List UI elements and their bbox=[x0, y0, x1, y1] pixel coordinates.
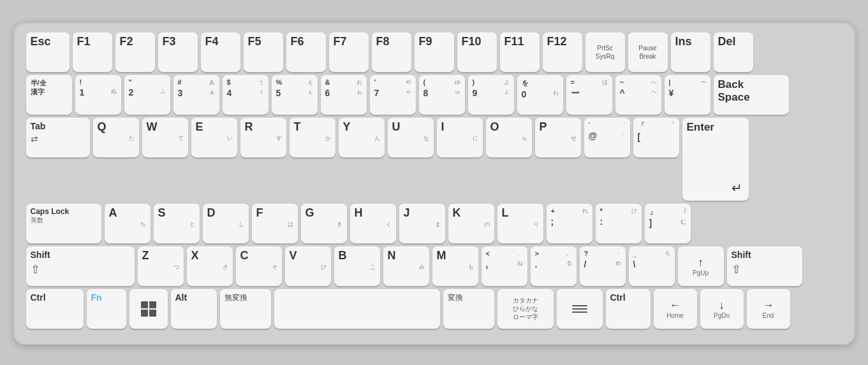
svg-rect-1 bbox=[149, 301, 156, 308]
shift-row: Shift ⇧ Z つ X さ C そ V ひ bbox=[26, 247, 842, 286]
key-f2[interactable]: F2 bbox=[115, 32, 155, 72]
key-shift-left[interactable]: Shift ⇧ bbox=[26, 247, 135, 286]
bottom-row: Ctrl Fn Alt 無変換 変換 カタカナひらがなローマ字 bbox=[26, 289, 842, 329]
caps-row: Caps Lock 英数 A ち S と D し F は bbox=[26, 204, 842, 243]
key-k[interactable]: K の bbox=[448, 204, 494, 243]
key-caps-lock[interactable]: Caps Lock 英数 bbox=[26, 204, 101, 243]
key-7[interactable]: 'や 7ゃ bbox=[370, 75, 416, 115]
key-shift-right[interactable]: Shift ⇧ bbox=[727, 247, 802, 286]
key-pgdn[interactable]: ↓ PgDn bbox=[700, 289, 744, 329]
key-z[interactable]: Z つ bbox=[138, 247, 184, 286]
key-win[interactable] bbox=[129, 289, 168, 329]
key-backspace[interactable]: BackSpace bbox=[714, 75, 789, 115]
key-g[interactable]: G き bbox=[301, 204, 347, 243]
key-muhenkan[interactable]: 無変換 bbox=[220, 289, 271, 329]
key-bracket-r[interactable]: 」} ]む bbox=[645, 204, 691, 243]
key-2[interactable]: " 2ふ bbox=[124, 75, 170, 115]
key-c[interactable]: C そ bbox=[236, 247, 282, 286]
key-caret[interactable]: ~へ ^へ bbox=[615, 75, 661, 115]
key-a[interactable]: A ち bbox=[105, 204, 151, 243]
key-q[interactable]: Q た bbox=[93, 118, 139, 157]
key-8[interactable]: (ゆ 8ゅ bbox=[419, 75, 465, 115]
function-row: Esc F1 F2 F3 F4 F5 F6 F7 F8 F9 F10 F11 F… bbox=[26, 32, 842, 72]
key-semicolon[interactable]: +れ ; bbox=[547, 204, 592, 243]
key-ctrl-right[interactable]: Ctrl bbox=[606, 289, 651, 329]
key-f8[interactable]: F8 bbox=[372, 32, 411, 72]
key-yen[interactable]: |ー ¥ bbox=[665, 75, 710, 115]
key-r[interactable]: R す bbox=[240, 118, 286, 157]
key-minus[interactable]: =ほ ー bbox=[566, 75, 612, 115]
key-s[interactable]: S と bbox=[154, 204, 200, 243]
key-del[interactable]: Del bbox=[714, 32, 753, 72]
key-1[interactable]: ! 1ぬ bbox=[75, 75, 121, 115]
number-row: 半/全漢字 ! 1ぬ " 2ふ #あ 3ぁ $う 4ぅ bbox=[26, 75, 842, 115]
key-henkan[interactable]: 変換 bbox=[443, 289, 494, 329]
key-3[interactable]: #あ 3ぁ bbox=[173, 75, 219, 115]
key-pause[interactable]: PauseBreak bbox=[628, 32, 668, 72]
key-alt-left[interactable]: Alt bbox=[171, 289, 217, 329]
key-slash[interactable]: ?・ /め bbox=[580, 247, 626, 286]
key-prtsc[interactable]: PrtScSysRq bbox=[585, 32, 625, 72]
key-v[interactable]: V ひ bbox=[285, 247, 331, 286]
key-ro[interactable]: _ろ \ bbox=[629, 247, 675, 286]
key-0[interactable]: を 0わ bbox=[517, 75, 563, 115]
key-5[interactable]: %え 5ぇ bbox=[272, 75, 318, 115]
key-j[interactable]: J ま bbox=[399, 204, 445, 243]
key-tab[interactable]: Tab ⇄ bbox=[26, 118, 90, 157]
key-9[interactable]: )よ 9ょ bbox=[468, 75, 514, 115]
key-colon[interactable]: *け : bbox=[596, 204, 642, 243]
key-end[interactable]: → End bbox=[747, 289, 790, 329]
key-y[interactable]: Y ん bbox=[339, 118, 385, 157]
key-period[interactable]: >。 .る bbox=[531, 247, 577, 286]
svg-rect-2 bbox=[141, 310, 148, 317]
key-bracket-l[interactable]: 「° [ bbox=[633, 118, 679, 157]
key-esc[interactable]: Esc bbox=[26, 32, 70, 72]
key-menu[interactable] bbox=[557, 289, 603, 329]
key-ctrl-left[interactable]: Ctrl bbox=[26, 289, 84, 329]
key-f3[interactable]: F3 bbox=[158, 32, 198, 72]
key-home[interactable]: ← Home bbox=[654, 289, 697, 329]
key-pgup[interactable]: ↑ PgUp bbox=[678, 247, 724, 286]
keyboard: Esc F1 F2 F3 F4 F5 F6 F7 F8 F9 F10 F11 F… bbox=[13, 21, 855, 345]
key-u[interactable]: U な bbox=[388, 118, 434, 157]
svg-rect-0 bbox=[141, 301, 148, 308]
key-f10[interactable]: F10 bbox=[457, 32, 497, 72]
svg-rect-3 bbox=[149, 310, 156, 317]
key-f6[interactable]: F6 bbox=[286, 32, 326, 72]
tab-row: Tab ⇄ Q た W て E い R す bbox=[26, 118, 842, 201]
key-m[interactable]: M も bbox=[432, 247, 478, 286]
key-p[interactable]: P せ bbox=[535, 118, 581, 157]
key-n[interactable]: N み bbox=[383, 247, 429, 286]
key-katakana[interactable]: カタカナひらがなローマ字 bbox=[497, 289, 554, 329]
key-f[interactable]: F は bbox=[252, 204, 298, 243]
key-6[interactable]: &お 6ぉ bbox=[321, 75, 367, 115]
key-d[interactable]: D し bbox=[203, 204, 249, 243]
key-x[interactable]: X さ bbox=[187, 247, 233, 286]
key-i[interactable]: I に bbox=[437, 118, 483, 157]
windows-icon bbox=[140, 300, 158, 318]
key-f5[interactable]: F5 bbox=[244, 32, 283, 72]
key-w[interactable]: W て bbox=[142, 118, 188, 157]
key-o[interactable]: O ら bbox=[486, 118, 532, 157]
key-ins[interactable]: Ins bbox=[671, 32, 710, 72]
key-f1[interactable]: F1 bbox=[73, 32, 112, 72]
key-enter[interactable]: Enter ↵ bbox=[682, 118, 749, 201]
key-at[interactable]: `゛ @・ bbox=[584, 118, 630, 157]
key-hanzenkaku[interactable]: 半/全漢字 bbox=[26, 75, 72, 115]
key-fn[interactable]: Fn bbox=[87, 289, 126, 329]
key-e[interactable]: E い bbox=[191, 118, 237, 157]
key-t[interactable]: T か bbox=[290, 118, 335, 157]
key-b[interactable]: B こ bbox=[334, 247, 380, 286]
key-f12[interactable]: F12 bbox=[543, 32, 582, 72]
key-f11[interactable]: F11 bbox=[500, 32, 540, 72]
key-h[interactable]: H く bbox=[350, 204, 396, 243]
key-l[interactable]: L り bbox=[497, 204, 543, 243]
menu-lines-icon bbox=[572, 305, 587, 313]
key-space[interactable] bbox=[274, 289, 440, 329]
key-f7[interactable]: F7 bbox=[329, 32, 369, 72]
key-f9[interactable]: F9 bbox=[415, 32, 454, 72]
key-4[interactable]: $う 4ぅ bbox=[223, 75, 268, 115]
key-f4[interactable]: F4 bbox=[201, 32, 240, 72]
key-comma[interactable]: <、 ,ね bbox=[482, 247, 527, 286]
